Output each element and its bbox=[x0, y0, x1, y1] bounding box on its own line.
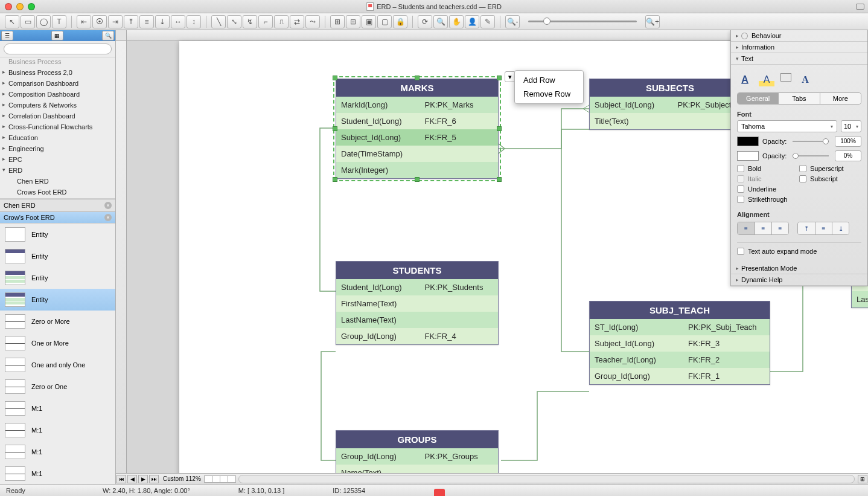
tree-item[interactable]: Correlation Dashboard bbox=[0, 111, 115, 121]
close-window-button[interactable] bbox=[5, 3, 12, 10]
distribute-v-tool[interactable]: ↕ bbox=[187, 15, 201, 28]
props-section-presentation[interactable]: Presentation Mode bbox=[731, 263, 867, 274]
format-border-icon[interactable] bbox=[780, 73, 791, 82]
props-section-behaviour[interactable]: Behaviour bbox=[731, 30, 867, 42]
scroll-right-button[interactable]: ⊞ bbox=[858, 475, 867, 483]
entity-subj-teach[interactable]: SUBJ_TEACH ST_Id(Long)PK:PK_Subj_Teach S… bbox=[589, 301, 770, 385]
tree-item-chen-erd[interactable]: Chen ERD bbox=[0, 176, 115, 187]
ungroup-tool[interactable]: ⊟ bbox=[346, 15, 360, 28]
align-top-tool[interactable]: ⤒ bbox=[124, 15, 138, 28]
scroll-next-button[interactable]: ▶ bbox=[138, 475, 148, 483]
italic-checkbox[interactable] bbox=[737, 175, 744, 182]
subscript-checkbox[interactable] bbox=[799, 175, 806, 182]
entity-row[interactable]: Subject_Id(Long)FK:FR_5 bbox=[336, 129, 498, 146]
scrollbar-track[interactable] bbox=[238, 475, 855, 483]
connector-tool-6[interactable]: ⇄ bbox=[290, 15, 304, 28]
lock-tool[interactable]: 🔒 bbox=[393, 15, 407, 28]
align-left-tool[interactable]: ⇤ bbox=[77, 15, 91, 28]
tree-item[interactable]: Engineering bbox=[0, 143, 115, 154]
template-entity[interactable]: Entity bbox=[0, 267, 115, 289]
entity-row[interactable]: Group_Id(Long)FK:FR_4 bbox=[336, 328, 498, 344]
tree-item[interactable]: EPC bbox=[0, 154, 115, 165]
text-tool[interactable]: T bbox=[52, 15, 66, 28]
bg-color-swatch[interactable] bbox=[737, 151, 759, 161]
scroll-last-button[interactable]: ⏭ bbox=[149, 475, 159, 483]
sidebar-tab-tree[interactable]: ☰ bbox=[1, 31, 13, 40]
text-color-swatch[interactable] bbox=[737, 137, 759, 146]
entity-subjects[interactable]: SUBJECTS Subject_Id(Long)PK:PK_Subjects … bbox=[589, 79, 751, 130]
tree-item-erd[interactable]: ERD bbox=[0, 165, 115, 176]
entity-row[interactable]: Student_Id(Long)PK:PK_Students bbox=[336, 279, 498, 295]
pointer-tool[interactable]: ↖ bbox=[5, 15, 19, 28]
distribute-h-tool[interactable]: ↔ bbox=[171, 15, 185, 28]
edit-tool[interactable]: ✎ bbox=[480, 15, 495, 28]
template-zero-or-one[interactable]: Zero or One bbox=[0, 376, 115, 398]
connector-tool-7[interactable]: ⤳ bbox=[305, 15, 320, 28]
connector-tool-1[interactable]: ╲ bbox=[211, 15, 226, 28]
scroll-prev-button[interactable]: ◀ bbox=[127, 475, 137, 483]
refresh-tool[interactable]: ⟳ bbox=[418, 15, 432, 28]
zoom-window-button[interactable] bbox=[28, 3, 35, 10]
bg-opacity-slider[interactable] bbox=[793, 155, 829, 156]
template-entity[interactable]: Entity bbox=[0, 289, 115, 311]
props-section-information[interactable]: Information bbox=[731, 42, 867, 53]
align-center-button[interactable]: ≡ bbox=[755, 222, 771, 234]
props-section-dynamic-help[interactable]: Dynamic Help bbox=[731, 274, 867, 286]
zoom-in-button[interactable]: 🔍+ bbox=[645, 15, 660, 28]
underline-checkbox[interactable] bbox=[737, 185, 744, 193]
template-entity[interactable]: Entity bbox=[0, 245, 115, 267]
context-menu-add-row[interactable]: Add Row bbox=[515, 73, 583, 87]
template-m-1[interactable]: M:1 bbox=[0, 419, 115, 441]
tree-item[interactable]: Business Process bbox=[0, 57, 115, 67]
entity-row[interactable]: MarkId(Long)PK:PK_Marks bbox=[336, 97, 498, 113]
zoom-tool[interactable]: 🔍 bbox=[433, 15, 448, 28]
tree-item-crowsfoot-erd[interactable]: Crows Foot ERD bbox=[0, 187, 115, 198]
align-middle-button[interactable]: ≡ bbox=[815, 222, 832, 234]
align-top-button[interactable]: ⤒ bbox=[798, 222, 815, 234]
entity-students[interactable]: STUDENTS Student_Id(Long)PK:PK_Students … bbox=[336, 261, 499, 345]
text-opacity-slider[interactable] bbox=[793, 141, 829, 142]
subtab-general[interactable]: General bbox=[738, 93, 778, 104]
entity-row[interactable]: Teacher_Id(Long)FK:FR_2 bbox=[590, 352, 770, 368]
strike-checkbox[interactable] bbox=[737, 196, 744, 203]
format-underline-icon[interactable]: A bbox=[737, 73, 753, 86]
template-m-1[interactable]: M:1 bbox=[0, 398, 115, 419]
sidebar-tab-search[interactable]: 🔍 bbox=[102, 31, 114, 40]
entity-row[interactable]: LastName(Text) bbox=[336, 312, 498, 328]
template-zero-or-more[interactable]: Zero or More bbox=[0, 311, 115, 332]
notification-badge[interactable] bbox=[434, 489, 445, 496]
tree-item[interactable]: Business Process 2,0 bbox=[0, 67, 115, 78]
format-font-icon[interactable]: A bbox=[797, 73, 813, 86]
entity-row[interactable]: Mark(Integer) bbox=[336, 162, 498, 178]
zoom-slider[interactable] bbox=[528, 21, 637, 22]
page-grid-selector[interactable] bbox=[205, 475, 236, 483]
align-right-button[interactable]: ≡ bbox=[771, 222, 788, 234]
front-tool[interactable]: ▣ bbox=[362, 15, 376, 28]
entity-row[interactable]: Subject_Id(Long)PK:PK_Subjects bbox=[590, 97, 750, 113]
fullscreen-button[interactable] bbox=[856, 4, 864, 10]
entity-row[interactable]: ST_Id(Long)PK:PK_Subj_Teach bbox=[590, 319, 770, 335]
entity-row[interactable]: FirstName(Text) bbox=[336, 295, 498, 312]
sidebar-tab-grid[interactable]: ▦ bbox=[51, 31, 63, 40]
close-section-button[interactable]: × bbox=[104, 202, 112, 209]
font-family-select[interactable]: Tahoma bbox=[737, 120, 837, 132]
library-search-input[interactable] bbox=[4, 43, 112, 54]
entity-row[interactable]: Student_Id(Long)FK:FR_6 bbox=[336, 113, 498, 129]
tree-item[interactable]: Composition Dashboard bbox=[0, 89, 115, 100]
connector-tool-5[interactable]: ⎍ bbox=[274, 15, 289, 28]
zoom-level-label[interactable]: Custom 112% bbox=[159, 475, 205, 482]
format-highlight-icon[interactable]: A bbox=[759, 73, 774, 86]
entity-row[interactable]: Group_Id(Long)PK:PK_Groups bbox=[336, 448, 498, 465]
subtab-tabs[interactable]: Tabs bbox=[778, 93, 819, 104]
align-bottom-button[interactable]: ⤓ bbox=[832, 222, 849, 234]
align-center-h-tool[interactable]: ⦿ bbox=[92, 15, 107, 28]
connector-tool-4[interactable]: ⌐ bbox=[258, 15, 273, 28]
section-chen-erd[interactable]: Chen ERD × bbox=[0, 199, 115, 211]
back-tool[interactable]: ▢ bbox=[377, 15, 392, 28]
align-middle-tool[interactable]: ≡ bbox=[139, 15, 154, 28]
bg-opacity-value[interactable]: 0% bbox=[835, 150, 861, 161]
text-opacity-value[interactable]: 100% bbox=[835, 136, 861, 147]
connector-tool-3[interactable]: ↯ bbox=[243, 15, 257, 28]
tree-item[interactable]: Comparison Dashboard bbox=[0, 78, 115, 89]
subtab-more[interactable]: More bbox=[820, 93, 861, 104]
